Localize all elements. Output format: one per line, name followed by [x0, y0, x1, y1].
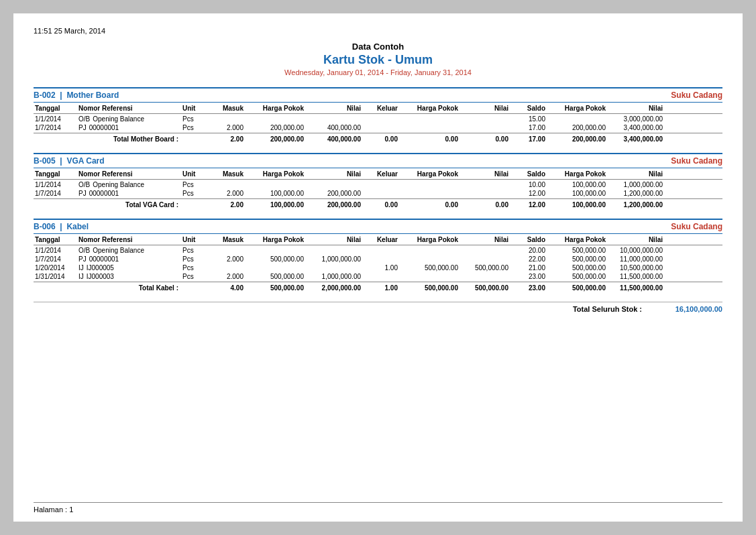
col-hp-in: [245, 247, 305, 254]
col-header: Masuk: [208, 105, 245, 112]
total-hp-in: 100,000.00: [245, 201, 305, 209]
col-nilai-in: [305, 247, 362, 254]
col-tanggal: 1/7/2014: [34, 255, 77, 263]
section-type: Suku Cadang: [671, 156, 722, 166]
col-header: Nilai: [607, 236, 664, 243]
col-saldo: 20.00: [510, 247, 547, 254]
col-unit: Pcs: [181, 273, 208, 280]
col-saldo: 10.00: [510, 181, 547, 188]
col-referensi: IJ IJ000005: [77, 264, 181, 272]
col-header: Nomor Referensi: [77, 105, 181, 112]
col-nilai-out: [460, 124, 510, 131]
col-unit: Pcs: [181, 247, 208, 254]
total-saldo: 12.00: [510, 201, 547, 209]
col-nilai-out: [460, 273, 510, 280]
col-hp-bal: 500,000.00: [547, 264, 607, 272]
col-hp-bal: 500,000.00: [547, 255, 607, 263]
table-row: 1/20/2014 IJ IJ000005 Pcs 1.00 500,000.0…: [34, 263, 722, 272]
col-keluar: [362, 247, 399, 254]
total-nilai-in: 200,000.00: [305, 201, 362, 209]
total-saldo: 23.00: [510, 284, 547, 292]
total-empty1: [34, 284, 77, 292]
col-header: Unit: [181, 170, 208, 178]
col-tanggal: 1/7/2014: [34, 124, 77, 131]
col-tanggal: 1/1/2014: [34, 115, 77, 123]
section-header: B-005 | VGA Card Suku Cadang: [34, 153, 722, 168]
col-keluar: [362, 115, 399, 123]
col-hp-bal: 100,000.00: [547, 190, 607, 197]
table-row: 1/1/2014 O/B Opening Balance Pcs 20.00 5…: [34, 246, 722, 255]
total-empty2: [181, 284, 208, 292]
total-hp-out: 0.00: [399, 135, 460, 143]
report-daterange: Wednesday, January 01, 2014 - Friday, Ja…: [34, 68, 722, 76]
table-row: 1/7/2014 PJ 00000001 Pcs 2.000 100,000.0…: [34, 189, 722, 198]
col-hp-bal: 100,000.00: [547, 181, 607, 188]
col-header: Unit: [181, 105, 208, 112]
col-hp-in: 200,000.00: [245, 124, 305, 131]
report-subtitle: Kartu Stok - Umum: [34, 53, 722, 67]
total-nilai-bal: 11,500,000.00: [607, 284, 664, 292]
col-header: Harga Pokok: [399, 236, 460, 243]
col-header: Keluar: [362, 170, 399, 178]
col-header: Nilai: [305, 236, 362, 243]
col-header: Harga Pokok: [399, 170, 460, 178]
col-hp-in: [245, 181, 305, 188]
col-unit: Pcs: [181, 115, 208, 123]
column-header-row: TanggalNomor ReferensiUnitMasukHarga Pok…: [34, 168, 722, 180]
col-saldo: 17.00: [510, 124, 547, 131]
section-code-name: B-005 | VGA Card: [34, 156, 105, 166]
col-header: Unit: [181, 236, 208, 243]
col-nilai-bal: 10,500,000.00: [607, 264, 664, 272]
col-header: Nomor Referensi: [77, 236, 181, 243]
col-unit: Pcs: [181, 124, 208, 131]
col-hp-bal: [547, 115, 607, 123]
total-empty1: [34, 201, 77, 209]
table-row: 1/7/2014 PJ 00000001 Pcs 2.000 500,000.0…: [34, 255, 722, 263]
col-nilai-bal: 3,400,000.00: [607, 124, 664, 131]
col-header: Keluar: [362, 105, 399, 112]
table-row: 1/7/2014 PJ 00000001 Pcs 2.000 200,000.0…: [34, 123, 722, 132]
col-keluar: [362, 190, 399, 197]
col-masuk: 2.000: [208, 273, 245, 280]
timestamp: 11:51 25 March, 2014: [34, 27, 722, 35]
col-masuk: [208, 264, 245, 272]
col-header: Nilai: [460, 236, 510, 243]
col-header: Masuk: [208, 170, 245, 178]
sections-container: B-002 | Mother Board Suku Cadang Tanggal…: [34, 87, 722, 294]
col-unit: Pcs: [181, 181, 208, 188]
col-header: Harga Pokok: [245, 170, 305, 178]
col-header: Harga Pokok: [245, 105, 305, 112]
col-tanggal: 1/7/2014: [34, 190, 77, 197]
col-header: Tanggal: [34, 105, 77, 112]
section-header: B-002 | Mother Board Suku Cadang: [34, 87, 722, 103]
col-tanggal: 1/20/2014: [34, 264, 77, 272]
col-nilai-bal: 3,000,000.00: [607, 115, 664, 123]
col-keluar: [362, 124, 399, 131]
grand-total-label: Total Seluruh Stok :: [573, 305, 642, 313]
total-nilai-out: 0.00: [460, 201, 510, 209]
total-hp-out: 0.00: [399, 201, 460, 209]
footer: Halaman : 1: [34, 502, 722, 514]
col-nilai-bal: 1,000,000.00: [607, 181, 664, 188]
column-header-row: TanggalNomor ReferensiUnitMasukHarga Pok…: [34, 103, 722, 114]
col-keluar: [362, 181, 399, 188]
col-saldo: 21.00: [510, 264, 547, 272]
col-hp-out: [399, 115, 460, 123]
total-hp-bal: 100,000.00: [547, 201, 607, 209]
col-keluar: 1.00: [362, 264, 399, 272]
col-header: Harga Pokok: [245, 236, 305, 243]
col-keluar: [362, 255, 399, 263]
col-nilai-out: [460, 255, 510, 263]
col-hp-out: [399, 190, 460, 197]
total-empty1: [34, 135, 77, 143]
col-nilai-out: 500,000.00: [460, 264, 510, 272]
col-hp-in: 500,000.00: [245, 255, 305, 263]
total-hp-in: 500,000.00: [245, 284, 305, 292]
col-nilai-in: [305, 264, 362, 272]
col-tanggal: 1/1/2014: [34, 181, 77, 188]
total-label: Total Mother Board :: [77, 135, 181, 143]
total-row: Total Mother Board : 2.00 200,000.00 400…: [34, 133, 722, 145]
total-hp-in: 200,000.00: [245, 135, 305, 143]
col-nilai-out: [460, 181, 510, 188]
total-nilai-bal: 1,200,000.00: [607, 201, 664, 209]
